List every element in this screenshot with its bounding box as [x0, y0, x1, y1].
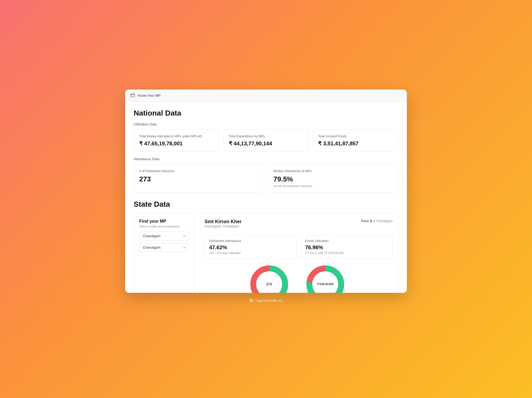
browser-header: Know Your MP	[125, 90, 407, 101]
median-card: Median Attendance of MPs 79.5% across al…	[268, 164, 398, 193]
mp-detail-card: Smt Kirron Kher Chandigarh, Chandigarh R…	[199, 213, 398, 293]
total-unused-value: ₹ 3,51,41,87,857	[318, 140, 393, 147]
footer-text: Captured with Arc	[256, 299, 283, 303]
attendance-section-label: Attendance Data	[134, 157, 398, 161]
mp-name: Smt Kirron Kher	[205, 219, 242, 225]
utilisation-cards: Total Money Allocated to MPs under MPLAD…	[134, 129, 398, 152]
sessions-value: 273	[139, 175, 259, 183]
total-allocated-value: ₹ 47,65,19,78,001	[139, 140, 214, 147]
total-allocated-label: Total Money Allocated to MPs under MPLAD	[139, 134, 214, 138]
national-title: National Data	[134, 109, 398, 117]
funds-stat-label: Funds Utilization	[305, 239, 388, 243]
median-value: 79.5%	[273, 175, 393, 183]
total-allocated-card: Total Money Allocated to MPs under MPLAD…	[134, 129, 219, 152]
footer: ⌘ Captured with Arc	[244, 293, 288, 308]
mp-location: Chandigarh, Chandigarh	[205, 225, 242, 228]
constituency-select[interactable]: Chandigarh	[139, 243, 189, 252]
mp-name-block: Smt Kirron Kher Chandigarh, Chandigarh	[205, 219, 242, 231]
funds-stat-card: Funds Utilization 76.96% ₹ 7,54,17,085 /…	[301, 235, 393, 259]
state-row: Find your MP Select a state and constitu…	[134, 213, 398, 293]
attendance-stat-sub: 130 / 273 days attended	[209, 251, 292, 255]
attendance-stat-value: 47.62%	[209, 244, 292, 251]
total-expenditure-value: ₹ 44,13,77,90,144	[229, 140, 303, 147]
svg-point-1	[131, 94, 132, 94]
mp-stats-row: Parliament Attendance 47.62% 130 / 273 d…	[205, 235, 393, 259]
total-unused-card: Total Unused Funds ₹ 3,51,41,87,857	[313, 129, 398, 152]
browser-window: Know Your MP National Data Utilisation D…	[125, 90, 407, 293]
find-mp-sub: Select a state and constituency.	[139, 225, 189, 228]
total-unused-label: Total Unused Funds	[318, 134, 393, 138]
attendance-donut-center: 273	[266, 282, 272, 286]
attendance-donut: 273	[248, 263, 290, 293]
attendance-stat-label: Parliament Attendance	[209, 239, 292, 243]
attendance-donut-svg	[248, 263, 290, 293]
funds-chart-container: ₹ 9,80,00,000 Expenditure Remaining Fund…	[301, 263, 350, 293]
total-expenditure-label: Total Expenditure by MPs	[229, 134, 303, 138]
attendance-cards: # of Parliament Sessions 273 Median Atte…	[134, 164, 398, 193]
rank-badge: Rank 1 in Chandigarh	[361, 219, 393, 223]
state-title: State Data	[134, 200, 398, 209]
funds-donut-center: ₹ 9,80,00,000	[317, 283, 333, 286]
rank-number: 1	[370, 219, 372, 223]
rank-in-text: in Chandigarh	[373, 219, 393, 223]
main-content: National Data Utilisation Data Total Mon…	[125, 101, 407, 293]
find-mp-title: Find your MP	[139, 219, 189, 224]
median-label: Median Attendance of MPs	[273, 169, 393, 173]
funds-stat-value: 76.96%	[305, 244, 388, 251]
sessions-card: # of Parliament Sessions 273	[134, 164, 264, 193]
state-select[interactable]: Chandigarh	[139, 232, 189, 240]
rank-label: Rank	[361, 219, 369, 223]
utilisation-label: Utilisation Data	[134, 122, 398, 126]
sessions-label: # of Parliament Sessions	[139, 169, 259, 173]
attendance-chart-container: 273 Present Absent	[248, 263, 290, 293]
mp-header: Smt Kirron Kher Chandigarh, Chandigarh R…	[205, 219, 393, 231]
total-expenditure-card: Total Expenditure by MPs ₹ 44,13,77,90,1…	[223, 129, 309, 152]
median-sub: across all parliament sessions	[273, 184, 393, 188]
arc-icon: ⌘	[249, 298, 254, 303]
browser-title: Know Your MP	[138, 94, 161, 98]
browser-tab-icon	[130, 93, 135, 98]
funds-stat-sub: ₹ 7,54,17,085 / ₹ 9,80,00,000	[305, 251, 388, 255]
attendance-stat-card: Parliament Attendance 47.62% 130 / 273 d…	[205, 235, 297, 259]
funds-donut: ₹ 9,80,00,000	[304, 263, 347, 293]
funds-donut-svg	[304, 263, 347, 293]
find-mp-card: Find your MP Select a state and constitu…	[134, 213, 195, 293]
charts-row: 273 Present Absent	[205, 263, 393, 293]
